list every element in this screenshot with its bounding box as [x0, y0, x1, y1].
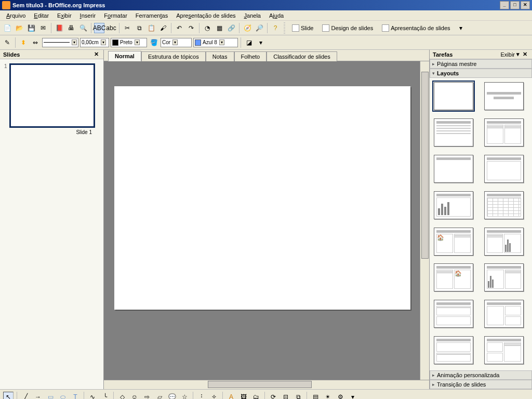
- arrow-tool[interactable]: →: [33, 392, 43, 400]
- menu-ajuda[interactable]: Ajuda: [265, 11, 288, 20]
- vertical-scrollbar[interactable]: [420, 61, 429, 380]
- points-tool[interactable]: ⋮: [196, 392, 207, 400]
- from-file-tool[interactable]: 🖼: [238, 392, 249, 400]
- menu-janela[interactable]: Janela: [240, 11, 265, 20]
- stars-tool[interactable]: ☆: [179, 392, 190, 400]
- slides-list[interactable]: 1 Slide 1: [0, 59, 103, 389]
- arrange-tool[interactable]: ⧉: [293, 392, 303, 400]
- section-animation[interactable]: ▸Animação personalizada: [430, 370, 532, 380]
- chart-button[interactable]: ◔: [202, 23, 212, 33]
- slide-thumbnail[interactable]: 1 Slide 1: [4, 63, 99, 135]
- arrow-style-button[interactable]: ⬍: [18, 37, 29, 48]
- line-style-select[interactable]: ▾: [42, 38, 78, 47]
- layout-title-content[interactable]: [434, 118, 473, 147]
- redo-button[interactable]: ↷: [186, 23, 196, 33]
- hyperlink-button[interactable]: 🔗: [226, 23, 236, 33]
- close-button[interactable]: ✕: [521, 1, 530, 9]
- rectangle-tool[interactable]: ▭: [45, 392, 56, 400]
- new-button[interactable]: 📄: [2, 23, 12, 33]
- layout-blank[interactable]: [434, 82, 473, 110]
- minimize-button[interactable]: _: [500, 1, 509, 9]
- layout-table[interactable]: [484, 191, 524, 219]
- tasks-view-link[interactable]: Exibir: [500, 51, 515, 58]
- curve-tool[interactable]: ∿: [87, 392, 98, 400]
- slide-design-button[interactable]: Design de slides: [318, 23, 377, 33]
- menu-editar[interactable]: Editar: [30, 11, 53, 20]
- menu-inserir[interactable]: Inserir: [76, 11, 100, 20]
- dropdown-icon[interactable]: ▾: [256, 37, 266, 48]
- presentation-button[interactable]: Apresentação de slides: [378, 23, 454, 33]
- print-button[interactable]: 🖶: [66, 23, 76, 33]
- fill-type-select[interactable]: Cor▾: [161, 38, 192, 47]
- cut-button[interactable]: ✂: [122, 23, 132, 33]
- email-button[interactable]: ✉: [38, 23, 48, 33]
- layout-text-chart[interactable]: [484, 228, 524, 256]
- slide-thumb-canvas[interactable]: [9, 63, 95, 128]
- help-button[interactable]: ?: [270, 23, 281, 33]
- layout-object[interactable]: [484, 155, 524, 183]
- menu-apresentacao[interactable]: Apresentação de slides: [172, 11, 240, 20]
- paste-button[interactable]: 📋: [146, 23, 156, 33]
- close-panel-button[interactable]: ✕: [92, 51, 100, 58]
- fontwork-tool[interactable]: A: [226, 392, 236, 400]
- menu-ferramentas[interactable]: Ferramentas: [131, 11, 172, 20]
- layout-object-over-text[interactable]: [434, 336, 473, 364]
- maximize-button[interactable]: □: [510, 1, 520, 9]
- layout-two-objects-text[interactable]: [484, 336, 524, 364]
- copy-button[interactable]: ⧉: [134, 23, 144, 33]
- align-tool[interactable]: ⊟: [281, 392, 291, 400]
- format-paint-button[interactable]: 🖌: [158, 23, 168, 33]
- tab-outline[interactable]: Estrutura de tópicos: [141, 51, 206, 61]
- section-master-pages[interactable]: ▸Páginas mestre: [430, 59, 532, 69]
- shadow-button[interactable]: ◪: [244, 37, 254, 48]
- tab-handout[interactable]: Folheto: [234, 51, 267, 61]
- layout-chart-text[interactable]: [484, 263, 524, 291]
- gallery-tool[interactable]: 🗂: [251, 392, 261, 400]
- layout-text-over-object[interactable]: [434, 300, 473, 328]
- layout-clipart-text[interactable]: 🏠: [434, 228, 473, 256]
- line-ends-button[interactable]: ⇔: [30, 37, 41, 48]
- layout-text-clipart[interactable]: 🏠: [434, 263, 473, 291]
- interaction-tool[interactable]: ⚙: [335, 392, 345, 400]
- canvas-area[interactable]: [104, 61, 429, 380]
- basic-shapes-tool[interactable]: ◇: [117, 392, 127, 400]
- callouts-tool[interactable]: 💬: [167, 392, 177, 400]
- tab-normal[interactable]: Normal: [108, 51, 141, 61]
- menu-arquivo[interactable]: Arquivo: [2, 11, 30, 20]
- line-tool[interactable]: ╱: [20, 392, 31, 400]
- slide-canvas[interactable]: [114, 86, 410, 310]
- dropdown-icon[interactable]: ▾: [348, 392, 358, 400]
- glue-tool[interactable]: ✧: [209, 392, 219, 400]
- open-button[interactable]: 📂: [14, 23, 24, 33]
- block-arrows-tool[interactable]: ⇨: [142, 392, 152, 400]
- select-tool[interactable]: ↖: [3, 392, 14, 400]
- save-button[interactable]: 💾: [26, 23, 36, 33]
- horizontal-scrollbar[interactable]: [104, 380, 429, 389]
- insert-slide-tool[interactable]: ▤: [310, 392, 321, 400]
- export-pdf-button[interactable]: 📕: [54, 23, 64, 33]
- symbol-shapes-tool[interactable]: ☺: [129, 392, 140, 400]
- pointer-button[interactable]: ✎: [2, 37, 12, 48]
- fill-color-select[interactable]: Azul 8▾: [193, 38, 238, 47]
- section-layouts[interactable]: ▾Layouts: [430, 69, 532, 78]
- layout-chart[interactable]: [434, 191, 473, 219]
- text-tool[interactable]: T: [70, 392, 81, 400]
- dropdown-icon[interactable]: ▾: [456, 23, 466, 33]
- zoom-button[interactable]: 🔎: [254, 23, 264, 33]
- navigator-button[interactable]: 🧭: [242, 23, 252, 33]
- tab-sorter[interactable]: Classificador de slides: [267, 51, 337, 61]
- spellcheck-button[interactable]: ABC: [94, 23, 104, 33]
- fill-button[interactable]: 🪣: [149, 37, 159, 48]
- layout-four-objects[interactable]: [484, 300, 524, 328]
- layout-title[interactable]: [484, 82, 524, 110]
- connector-tool[interactable]: ╰: [100, 392, 110, 400]
- undo-button[interactable]: ↶: [174, 23, 184, 33]
- close-tasks-button[interactable]: ✕: [521, 51, 529, 58]
- layout-title-only[interactable]: [434, 155, 473, 183]
- ellipse-tool[interactable]: ⬭: [58, 392, 68, 400]
- flowcharts-tool[interactable]: ▱: [154, 392, 165, 400]
- layout-two-content[interactable]: [484, 118, 524, 147]
- preview-button[interactable]: 🔍: [78, 23, 88, 33]
- tab-notes[interactable]: Notas: [206, 51, 234, 61]
- menu-formatar[interactable]: Formatar: [100, 11, 131, 20]
